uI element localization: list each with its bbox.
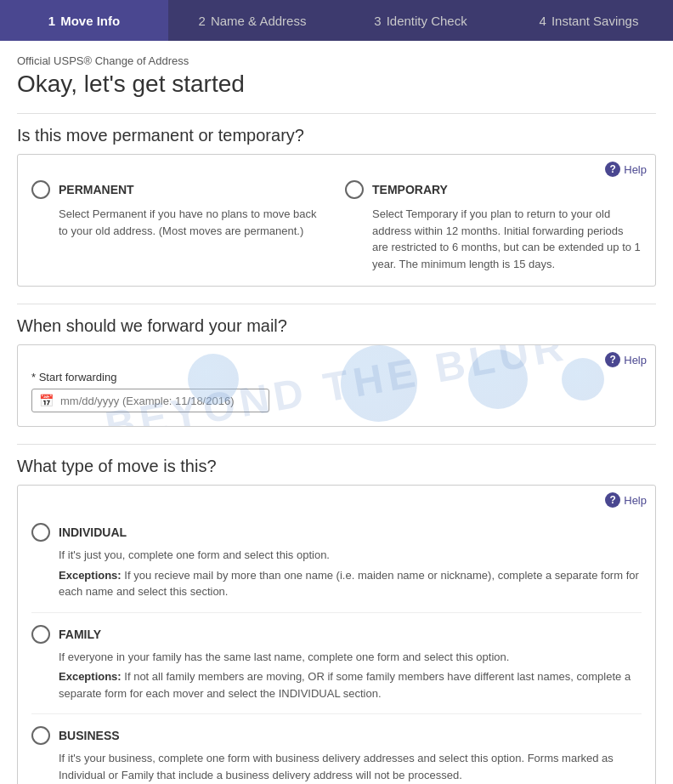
family-exception-text: If not all family members are moving, OR… (59, 670, 631, 700)
temporary-label-text: TEMPORARY (372, 183, 448, 196)
individual-label[interactable]: INDIVIDUAL (31, 523, 642, 542)
individual-exception: Exceptions: If you recieve mail by more … (31, 567, 642, 600)
step-num-1: 1 (48, 14, 55, 28)
temporary-option: TEMPORARY Select Temporary if you plan t… (345, 180, 642, 272)
family-label-text: FAMILY (59, 628, 101, 641)
family-exception: Exceptions: If not all family members ar… (31, 668, 642, 702)
individual-radio[interactable] (31, 523, 50, 542)
temporary-radio[interactable] (345, 180, 364, 199)
page-title: Okay, let's get started (17, 71, 656, 98)
main-content: Official USPS® Change of Address Okay, l… (0, 41, 673, 784)
move-type-card: ? Help PERMANENT Select Permanent if you… (17, 154, 656, 287)
progress-step-move-info[interactable]: 1 Move Info (0, 0, 168, 41)
family-option: FAMILY If everyone in your family has th… (31, 613, 642, 715)
move-category-help-row: ? Help (18, 486, 655, 511)
individual-exception-text: If you recieve mail by more than one nam… (59, 569, 639, 599)
family-exception-bold: Exceptions: (59, 670, 122, 683)
family-desc: If everyone in your family has the same … (31, 649, 642, 666)
progress-step-instant-savings[interactable]: 4 Instant Savings (505, 0, 673, 41)
progress-bar: 1 Move Info 2 Name & Address 3 Identity … (0, 0, 673, 41)
permanent-radio[interactable] (31, 180, 50, 199)
move-type-help-row: ? Help (18, 155, 655, 180)
step-label-4: Instant Savings (551, 14, 639, 28)
business-label[interactable]: BUSINESS (31, 726, 642, 745)
step-num-3: 3 (374, 14, 381, 28)
forward-date-help-row: ? Help (18, 345, 655, 371)
temporary-label[interactable]: TEMPORARY (345, 180, 642, 199)
move-type-help-label: Help (624, 163, 647, 176)
step-num-2: 2 (199, 14, 206, 28)
help-icon-1: ? (605, 162, 620, 177)
permanent-label[interactable]: PERMANENT (31, 180, 328, 199)
start-forwarding-label: * Start forwarding (31, 371, 642, 383)
forward-date-card: BEYOND THE BLUR ? Help * Start forwardin… (17, 344, 656, 427)
move-category-help-label: Help (624, 494, 647, 507)
business-option: BUSINESS If it's your business, complete… (31, 714, 642, 784)
official-label: Official USPS® Change of Address (17, 54, 656, 67)
date-input[interactable] (60, 395, 262, 407)
family-label[interactable]: FAMILY (31, 625, 642, 644)
section-heading-forward-date: When should we forward your mail? (17, 304, 656, 336)
permanent-desc: Select Permanent if you have no plans to… (31, 206, 328, 239)
family-radio[interactable] (31, 625, 50, 644)
individual-label-text: INDIVIDUAL (59, 526, 127, 539)
calendar-icon: 📅 (39, 394, 54, 407)
individual-option: INDIVIDUAL If it's just you, complete on… (31, 511, 642, 613)
permanent-temporary-options: PERMANENT Select Permanent if you have n… (18, 180, 655, 286)
step-label-1: Move Info (60, 14, 120, 28)
individual-desc: If it's just you, complete one form and … (31, 547, 642, 564)
step-label-3: Identity Check (387, 14, 467, 28)
forward-date-help-button[interactable]: ? Help (605, 352, 647, 367)
business-label-text: BUSINESS (59, 729, 120, 742)
temporary-desc: Select Temporary if you plan to return t… (345, 206, 642, 272)
help-icon-2: ? (605, 352, 620, 367)
business-radio[interactable] (31, 726, 50, 745)
move-category-help-button[interactable]: ? Help (605, 492, 647, 508)
progress-step-identity-check[interactable]: 3 Identity Check (336, 0, 505, 41)
date-input-wrapper: 📅 (31, 389, 269, 412)
step-label-2: Name & Address (211, 14, 307, 28)
permanent-label-text: PERMANENT (59, 183, 134, 196)
permanent-option: PERMANENT Select Permanent if you have n… (31, 180, 328, 272)
individual-exception-bold: Exceptions: (59, 569, 122, 582)
business-desc: If it's your business, complete one form… (31, 750, 642, 783)
section-heading-move-type: Is this move permanent or temporary? (17, 113, 656, 145)
section-heading-move-category: What type of move is this? (17, 444, 656, 476)
move-category-options: INDIVIDUAL If it's just you, complete on… (18, 511, 655, 784)
move-category-card: ? Help INDIVIDUAL If it's just you, comp… (17, 485, 656, 784)
forward-date-help-label: Help (624, 354, 647, 366)
move-type-help-button[interactable]: ? Help (605, 162, 647, 177)
step-num-4: 4 (540, 14, 546, 28)
help-icon-3: ? (605, 492, 620, 508)
progress-step-name-address[interactable]: 2 Name & Address (168, 0, 336, 41)
date-section: * Start forwarding 📅 (18, 371, 655, 426)
